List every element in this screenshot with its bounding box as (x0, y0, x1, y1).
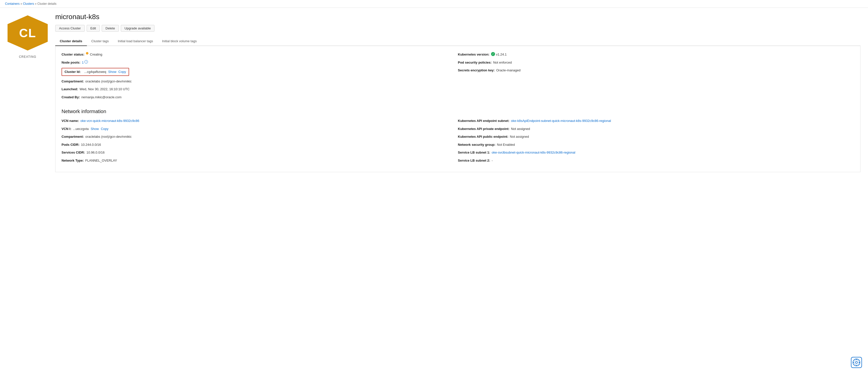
cluster-title: micronaut-k8s (55, 13, 861, 21)
vcn-id-copy-link[interactable]: Copy (101, 126, 108, 132)
pods-cidr-row: Pods CIDR: 10.244.0.0/16 (62, 142, 448, 147)
cluster-id-copy-link[interactable]: Copy (118, 69, 126, 75)
cluster-id-value: ...cg4qafbzweq (84, 69, 106, 75)
cluster-id-row: Cluster Id: ...cg4qafbzweq Show Copy (62, 68, 448, 76)
secrets-row: Secrets encryption key: Oracle-managed (458, 68, 844, 73)
compartment-label: Compartment: (62, 79, 84, 84)
tab-cluster-tags[interactable]: Cluster tags (87, 37, 113, 46)
node-pools-label: Node pools: (62, 60, 81, 65)
pods-cidr-label: Pods CIDR: (62, 142, 80, 147)
secrets-value: Oracle-managed (496, 68, 521, 73)
details-right-col: Kubernetes version: ✓ v1.24.1 Pod securi… (458, 52, 854, 103)
network-type-label: Network Type: (62, 158, 84, 163)
created-by-value: nemanja.mikic@oracle.com (82, 95, 122, 100)
cluster-id-label: Cluster Id: (65, 69, 81, 75)
tab-cluster-details[interactable]: Cluster details (55, 37, 87, 46)
action-buttons: Access Cluster Edit Delete Upgrade avail… (55, 25, 861, 32)
details-left-col: Cluster status: Creating Node pools: 1 i… (62, 52, 458, 103)
network-security-row: Network security group: Not Enabled (458, 142, 844, 147)
breadcrumb-current: Cluster details (37, 2, 57, 5)
vcn-id-label: VCN I: (62, 126, 71, 132)
service-lb-subnet2-row: Service LB subnet 2: - (458, 158, 844, 163)
service-lb-subnet1-row: Service LB subnet 1: oke-svclbsubnet-qui… (458, 150, 844, 155)
cluster-icon-letters: CL (19, 26, 36, 40)
api-public-endpoint-row: Kubernetes API public endpoint: Not assi… (458, 134, 844, 139)
service-lb-subnet2-value: - (492, 158, 493, 163)
network-left-col: VCN name: oke-vcn-quick-micronaut-k8s-99… (62, 118, 458, 166)
compartment-value: oraclelabs (root)/gcn-dev/nmikic (85, 79, 132, 84)
tab-initial-bv-tags[interactable]: Initial block volume tags (157, 37, 201, 46)
access-cluster-button[interactable]: Access Cluster (55, 25, 85, 32)
network-type-value: FLANNEL_OVERLAY (85, 158, 117, 163)
service-lb-subnet2-label: Service LB subnet 2: (458, 158, 490, 163)
api-endpoint-subnet-row: Kubernetes API endpoint subnet: oke-k8sA… (458, 118, 844, 123)
node-pools-row: Node pools: 1 i (62, 60, 448, 65)
breadcrumb: Containers » Clusters » Cluster details (5, 2, 863, 5)
cluster-status-row: Cluster status: Creating (62, 52, 448, 57)
cluster-status-value: Creating (90, 52, 102, 57)
network-security-label: Network security group: (458, 142, 496, 147)
details-grid: Cluster status: Creating Node pools: 1 i… (62, 52, 854, 103)
service-lb-subnet1-link[interactable]: oke-svclbsubnet-quick-micronaut-k8s-9932… (492, 150, 576, 155)
network-section-title: Network information (62, 109, 854, 114)
api-endpoint-subnet-link[interactable]: oke-k8sApiEndpoint-subnet-quick-micronau… (511, 118, 611, 123)
tabs: Cluster details Cluster tags Initial loa… (55, 37, 861, 46)
cluster-status-field-label: Cluster status: (62, 52, 84, 57)
cluster-right-panel: micronaut-k8s Access Cluster Edit Delete… (55, 13, 861, 172)
services-cidr-value: 10.96.0.0/16 (86, 150, 104, 155)
launched-row: Launched: Wed, Nov 30, 2022, 16:10:10 UT… (62, 87, 448, 92)
pod-security-label: Pod security policies: (458, 60, 492, 65)
network-grid: VCN name: oke-vcn-quick-micronaut-k8s-99… (62, 118, 854, 166)
api-public-endpoint-value: Not assigned (510, 134, 529, 139)
api-endpoint-subnet-label: Kubernetes API endpoint subnet: (458, 118, 509, 123)
vcn-id-value: ...ueczgvta (73, 126, 89, 132)
k8s-version-label: Kubernetes version: (458, 52, 490, 57)
vcn-id-row: VCN I: ...ueczgvta Show Copy (62, 126, 448, 132)
k8s-version-row: Kubernetes version: ✓ v1.24.1 (458, 52, 844, 57)
service-lb-subnet1-label: Service LB subnet 1: (458, 150, 490, 155)
network-compartment-label: Compartment: (62, 134, 84, 139)
services-cidr-label: Services CIDR: (62, 150, 85, 155)
launched-label: Launched: (62, 87, 78, 92)
vcn-name-row: VCN name: oke-vcn-quick-micronaut-k8s-99… (62, 118, 448, 123)
network-compartment-row: Compartment: oraclelabs (root)/gcn-dev/n… (62, 134, 448, 139)
cluster-status-label: CREATING (19, 55, 36, 59)
k8s-version-check-icon: ✓ (491, 52, 495, 56)
api-private-endpoint-label: Kubernetes API private endpoint: (458, 126, 509, 132)
k8s-version-value: v1.24.1 (496, 52, 507, 57)
node-pools-link[interactable]: 1 (82, 60, 84, 65)
vcn-id-show-link[interactable]: Show (91, 126, 99, 132)
cluster-status-dot (86, 52, 88, 55)
compartment-row: Compartment: oraclelabs (root)/gcn-dev/n… (62, 79, 448, 84)
edit-button[interactable]: Edit (87, 25, 100, 32)
created-by-row: Created By: nemanja.mikic@oracle.com (62, 95, 448, 100)
cluster-icon-panel: CL CREATING (7, 13, 48, 172)
pod-security-value: Not enforced (493, 60, 512, 65)
created-by-label: Created By: (62, 95, 80, 100)
secrets-label: Secrets encryption key: (458, 68, 495, 73)
vcn-name-label: VCN name: (62, 118, 79, 123)
network-security-value: Not Enabled (497, 142, 515, 147)
cluster-id-box: Cluster Id: ...cg4qafbzweq Show Copy (62, 68, 129, 76)
launched-value: Wed, Nov 30, 2022, 16:10:10 UTC (80, 87, 130, 92)
network-type-row: Network Type: FLANNEL_OVERLAY (62, 158, 448, 163)
upgrade-available-button[interactable]: Upgrade available (121, 25, 155, 32)
breadcrumb-clusters[interactable]: Clusters (23, 2, 34, 5)
top-bar: Containers » Clusters » Cluster details (0, 0, 868, 8)
vcn-name-link[interactable]: oke-vcn-quick-micronaut-k8s-9932c9c86 (81, 118, 139, 123)
tab-initial-lb-tags[interactable]: Initial load balancer tags (113, 37, 157, 46)
api-private-endpoint-row: Kubernetes API private endpoint: Not ass… (458, 126, 844, 132)
api-private-endpoint-value: Not assigned (511, 126, 530, 132)
cluster-hexagon: CL (7, 15, 48, 51)
breadcrumb-containers[interactable]: Containers (5, 2, 20, 5)
network-compartment-value: oraclelabs (root)/gcn-dev/nmikic (85, 134, 132, 139)
pod-security-row: Pod security policies: Not enforced (458, 60, 844, 65)
tab-content-cluster-details: Cluster status: Creating Node pools: 1 i… (55, 46, 861, 172)
node-pools-info-icon[interactable]: i (84, 60, 88, 64)
network-right-col: Kubernetes API endpoint subnet: oke-k8sA… (458, 118, 854, 166)
api-public-endpoint-label: Kubernetes API public endpoint: (458, 134, 508, 139)
services-cidr-row: Services CIDR: 10.96.0.0/16 (62, 150, 448, 155)
pods-cidr-value: 10.244.0.0/16 (81, 142, 101, 147)
delete-button[interactable]: Delete (102, 25, 119, 32)
cluster-id-show-link[interactable]: Show (108, 69, 117, 75)
